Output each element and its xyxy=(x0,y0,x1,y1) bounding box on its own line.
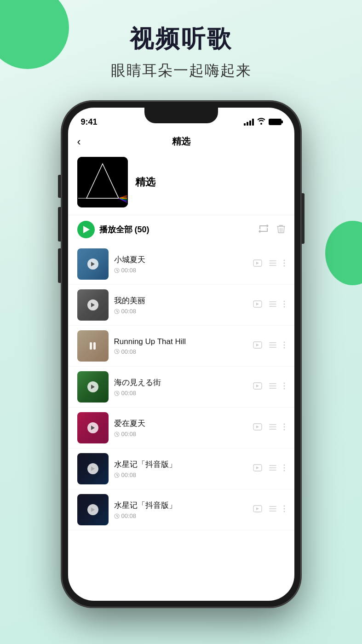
song-name: 我的美丽 xyxy=(114,295,247,306)
video-play-icon[interactable] xyxy=(253,382,262,391)
song-duration: 00:08 xyxy=(114,512,247,519)
more-icon[interactable] xyxy=(283,464,285,473)
list-item[interactable]: 水星记「抖音版」 00:08 xyxy=(68,448,294,489)
video-play-icon[interactable] xyxy=(253,341,262,351)
back-button[interactable]: ‹ xyxy=(77,135,81,148)
song-thumbnail xyxy=(77,289,109,321)
song-thumbnail xyxy=(77,371,109,402)
menu-icon[interactable] xyxy=(269,465,277,473)
svg-point-14 xyxy=(283,265,285,267)
more-icon[interactable] xyxy=(283,300,285,310)
video-play-icon[interactable] xyxy=(253,300,262,310)
signal-bar-2 xyxy=(247,122,248,126)
song-duration: 00:08 xyxy=(114,472,247,478)
song-actions xyxy=(253,505,285,514)
bg-decoration-circle-right xyxy=(325,221,362,285)
svg-point-28 xyxy=(283,385,285,387)
thumb-overlay xyxy=(77,494,109,525)
list-item[interactable]: 小城夏天 00:08 xyxy=(68,244,294,285)
status-icons xyxy=(244,117,282,126)
song-list[interactable]: 小城夏天 00:08 xyxy=(68,244,294,575)
menu-icon[interactable] xyxy=(269,301,277,309)
status-time: 9:41 xyxy=(81,117,98,127)
play-all-actions xyxy=(259,224,285,236)
list-item[interactable]: 我的美丽 00:08 xyxy=(68,285,294,326)
play-all-button[interactable] xyxy=(77,221,95,238)
thumb-play-icon xyxy=(87,422,98,433)
playlist-cover xyxy=(77,157,128,207)
svg-point-29 xyxy=(283,388,285,390)
song-actions xyxy=(253,382,285,391)
list-item[interactable]: 爱在夏天 00:08 xyxy=(68,408,294,448)
video-play-icon[interactable] xyxy=(253,259,262,269)
more-icon[interactable] xyxy=(283,382,285,391)
play-all-left: 播放全部 (50) xyxy=(77,221,149,238)
thumb-overlay xyxy=(77,453,109,484)
page-title-main: 视频听歌 xyxy=(0,23,362,55)
song-name: 水星记「抖音版」 xyxy=(114,500,247,511)
svg-point-43 xyxy=(283,508,285,510)
menu-icon[interactable] xyxy=(269,383,277,391)
repeat-icon[interactable] xyxy=(259,224,269,235)
svg-point-12 xyxy=(283,260,285,261)
menu-icon[interactable] xyxy=(269,424,277,432)
nav-title: 精选 xyxy=(172,135,190,148)
thumb-overlay xyxy=(77,248,109,280)
thumb-play-icon xyxy=(87,299,98,310)
menu-icon[interactable] xyxy=(269,260,277,268)
video-play-icon[interactable] xyxy=(253,505,262,514)
song-name: 水星记「抖音版」 xyxy=(114,459,247,470)
signal-bar-4 xyxy=(252,119,254,126)
svg-point-37 xyxy=(283,465,285,466)
song-actions xyxy=(253,464,285,473)
phone-notch xyxy=(144,108,218,123)
song-info: 水星记「抖音版」 00:08 xyxy=(114,459,247,478)
phone-screen: 9:41 xyxy=(68,108,294,601)
list-item[interactable]: 海の見える街 00:08 xyxy=(68,367,294,408)
more-icon[interactable] xyxy=(283,423,285,432)
svg-point-32 xyxy=(283,424,285,425)
svg-point-27 xyxy=(283,383,285,384)
thumb-overlay xyxy=(77,289,109,321)
video-play-icon[interactable] xyxy=(253,464,262,473)
song-name: Running Up That Hill xyxy=(114,337,247,346)
delete-icon[interactable] xyxy=(277,224,285,236)
more-icon[interactable] xyxy=(283,505,285,514)
phone-btn-power xyxy=(302,193,305,244)
song-info: 海の見える街 00:08 xyxy=(114,377,247,397)
song-info: 爱在夏天 00:08 xyxy=(114,418,247,437)
page-header: 视频听歌 眼睛耳朵一起嗨起来 xyxy=(0,23,362,81)
phone-btn-vol-down xyxy=(58,248,61,283)
thumb-overlay-playing xyxy=(77,330,109,362)
video-play-icon[interactable] xyxy=(253,423,262,432)
pause-bar-1 xyxy=(90,342,92,350)
menu-icon[interactable] xyxy=(269,342,277,350)
playlist-header: 精选 xyxy=(68,152,294,215)
song-actions xyxy=(253,423,285,432)
thumb-overlay xyxy=(77,412,109,443)
more-icon[interactable] xyxy=(283,259,285,269)
song-duration: 00:08 xyxy=(114,267,247,274)
svg-point-17 xyxy=(283,301,285,302)
song-duration: 00:08 xyxy=(114,348,247,355)
thumb-play-icon xyxy=(87,504,98,515)
song-thumbnail xyxy=(77,494,109,525)
more-icon[interactable] xyxy=(283,341,285,351)
thumb-play-icon xyxy=(87,381,98,392)
svg-point-38 xyxy=(283,467,285,469)
song-duration: 00:08 xyxy=(114,308,247,315)
signal-bar-3 xyxy=(249,121,251,126)
menu-icon[interactable] xyxy=(269,506,277,514)
list-item[interactable]: 水星记「抖音版」 00:08 xyxy=(68,489,294,530)
battery-icon xyxy=(269,119,282,125)
svg-point-24 xyxy=(283,347,285,349)
phone-mockup: 9:41 xyxy=(62,101,301,607)
wifi-icon xyxy=(257,117,266,126)
list-item[interactable]: Running Up That Hill 00:08 xyxy=(68,326,294,367)
play-all-text: 播放全部 (50) xyxy=(99,224,149,235)
song-duration: 00:08 xyxy=(114,390,247,397)
song-actions xyxy=(253,300,285,310)
thumb-overlay xyxy=(77,371,109,402)
cover-prism-art xyxy=(77,157,128,207)
thumb-play-icon xyxy=(87,463,98,474)
